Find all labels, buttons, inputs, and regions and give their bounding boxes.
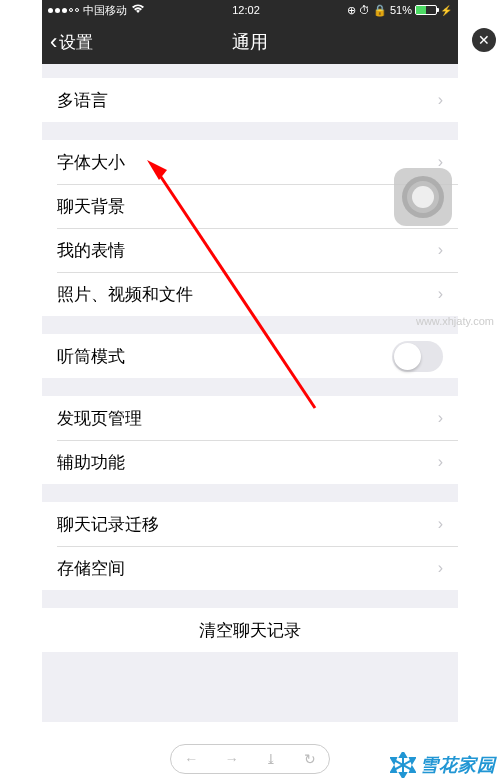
group-earpiece: 听筒模式 — [42, 334, 458, 378]
chevron-right-icon: › — [438, 91, 443, 109]
svg-marker-6 — [400, 773, 406, 778]
chevron-left-icon: ‹ — [50, 29, 57, 55]
watermark-logo: 雪花家园 — [390, 752, 496, 778]
lock-icon: 🔒 — [373, 4, 387, 17]
page-title: 通用 — [42, 30, 458, 54]
row-label: 辅助功能 — [57, 451, 125, 474]
battery-icon — [415, 5, 437, 15]
watermark-brand: 雪花家园 — [420, 753, 496, 777]
refresh-icon[interactable]: ↻ — [304, 751, 316, 767]
row-label: 聊天背景 — [57, 195, 125, 218]
watermark-url: www.xhjaty.com — [416, 315, 494, 327]
download-icon[interactable]: ⤓ — [265, 751, 277, 767]
close-icon: ✕ — [478, 32, 490, 48]
earpiece-toggle[interactable] — [392, 341, 443, 372]
status-bar: 中国移动 12:02 ⊕ ⏱ 🔒 51% ⚡ — [42, 0, 458, 20]
svg-marker-7 — [391, 758, 396, 763]
assistive-touch-button[interactable] — [394, 168, 452, 226]
carrier-label: 中国移动 — [83, 3, 127, 18]
chevron-right-icon: › — [438, 559, 443, 577]
battery-percent-label: 51% — [390, 4, 412, 16]
row-label: 听筒模式 — [57, 345, 125, 368]
wifi-icon — [131, 4, 145, 16]
row-multilanguage[interactable]: 多语言 › — [42, 78, 458, 122]
row-photos-videos-files[interactable]: 照片、视频和文件 › — [42, 272, 458, 316]
chevron-right-icon: › — [438, 241, 443, 259]
group-discovery: 发现页管理 › 辅助功能 › — [42, 396, 458, 484]
chevron-right-icon: › — [438, 409, 443, 427]
row-discover-management[interactable]: 发现页管理 › — [42, 396, 458, 440]
image-viewer-toolbar: ← → ⤓ ↻ — [170, 744, 330, 774]
row-label: 照片、视频和文件 — [57, 283, 193, 306]
row-earpiece-mode[interactable]: 听筒模式 — [42, 334, 458, 378]
row-label: 聊天记录迁移 — [57, 513, 159, 536]
chevron-right-icon: › — [438, 515, 443, 533]
clock-label: 12:02 — [232, 4, 260, 16]
row-label: 多语言 — [57, 89, 108, 112]
row-label: 字体大小 — [57, 151, 125, 174]
phone-frame: 中国移动 12:02 ⊕ ⏱ 🔒 51% ⚡ ‹ 设置 通用 多语言 › — [42, 0, 458, 722]
chevron-right-icon: › — [438, 285, 443, 303]
back-label: 设置 — [59, 31, 93, 54]
row-storage-space[interactable]: 存储空间 › — [42, 546, 458, 590]
group-storage: 聊天记录迁移 › 存储空间 › — [42, 502, 458, 590]
clear-chat-history-button[interactable]: 清空聊天记录 — [42, 608, 458, 652]
group-display: 字体大小 › 聊天背景 › 我的表情 › 照片、视频和文件 › — [42, 140, 458, 316]
row-label: 存储空间 — [57, 557, 125, 580]
prev-icon[interactable]: ← — [184, 751, 198, 767]
alarm-icon-2: ⏱ — [359, 4, 370, 16]
group-language: 多语言 › — [42, 78, 458, 122]
row-accessibility[interactable]: 辅助功能 › — [42, 440, 458, 484]
svg-marker-8 — [410, 758, 415, 763]
status-left: 中国移动 — [48, 3, 145, 18]
back-button[interactable]: ‹ 设置 — [42, 29, 93, 55]
toggle-knob — [394, 343, 421, 370]
row-my-stickers[interactable]: 我的表情 › — [42, 228, 458, 272]
nav-bar: ‹ 设置 通用 — [42, 20, 458, 64]
status-right: ⊕ ⏱ 🔒 51% ⚡ — [347, 4, 452, 17]
clear-label: 清空聊天记录 — [199, 619, 301, 642]
close-button[interactable]: ✕ — [472, 28, 496, 52]
chevron-right-icon: › — [438, 453, 443, 471]
svg-marker-9 — [391, 767, 396, 772]
charging-icon: ⚡ — [440, 5, 452, 16]
alarm-icon: ⊕ — [347, 4, 356, 17]
row-label: 发现页管理 — [57, 407, 142, 430]
next-icon[interactable]: → — [225, 751, 239, 767]
signal-dots-icon — [48, 8, 79, 13]
svg-marker-10 — [410, 767, 415, 772]
svg-marker-5 — [400, 752, 406, 757]
row-chat-migration[interactable]: 聊天记录迁移 › — [42, 502, 458, 546]
row-label: 我的表情 — [57, 239, 125, 262]
snowflake-icon — [390, 752, 416, 778]
